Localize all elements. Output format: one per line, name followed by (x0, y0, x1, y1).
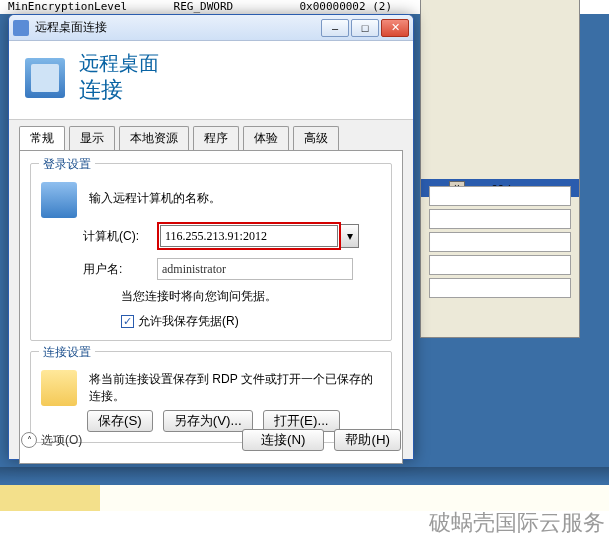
options-label: 选项(O) (41, 432, 82, 449)
login-legend: 登录设置 (39, 156, 95, 173)
close-button[interactable]: ✕ (381, 19, 409, 37)
tab-display[interactable]: 显示 (69, 126, 115, 150)
tabpage-general: 登录设置 输入远程计算机的名称。 计算机(C): ▾ 用户名: (19, 150, 403, 464)
save-credentials-checkbox[interactable]: ✓ (121, 315, 134, 328)
watermark: 破蜗壳国际云服务 (429, 508, 605, 538)
stripe-highlight (0, 485, 100, 511)
tab-local-resources[interactable]: 本地资源 (119, 126, 189, 150)
banner: 远程桌面 连接 (9, 41, 413, 120)
chevron-down-icon: ▾ (347, 229, 353, 243)
computer-input[interactable] (160, 225, 338, 247)
banner-title-1: 远程桌面 (79, 51, 159, 75)
login-intro: 输入远程计算机的名称。 (89, 190, 221, 207)
credentials-note: 当您连接时将向您询问凭据。 (121, 288, 381, 305)
rdp-icon (25, 58, 65, 98)
dialog-footer: ˄ 选项(O) 连接(N) 帮助(H) (21, 429, 401, 451)
tab-advanced[interactable]: 高级 (293, 126, 339, 150)
username-field (157, 258, 353, 280)
rdp-dialog: 远程桌面连接 – □ ✕ 远程桌面 连接 常规 显示 本地资源 程序 体验 高级… (8, 14, 414, 460)
computer-label: 计算机(C): (83, 228, 157, 245)
bg-field[interactable] (429, 186, 571, 206)
bg-field[interactable] (429, 209, 571, 229)
window-title: 远程桌面连接 (35, 19, 319, 36)
banner-title-2: 连接 (79, 75, 159, 105)
computer-icon (41, 182, 77, 218)
save-credentials-label: 允许我保存凭据(R) (138, 313, 239, 330)
tab-experience[interactable]: 体验 (243, 126, 289, 150)
titlebar[interactable]: 远程桌面连接 – □ ✕ (9, 15, 413, 41)
computer-highlight (157, 222, 341, 250)
username-label: 用户名: (83, 261, 157, 278)
options-toggle[interactable]: ˄ 选项(O) (21, 432, 82, 449)
tabstrip: 常规 显示 本地资源 程序 体验 高级 (19, 126, 413, 150)
bg-field[interactable] (429, 232, 571, 252)
shadow (0, 467, 609, 483)
folder-icon (41, 370, 77, 406)
background-window: × c 00 ( (420, 0, 580, 338)
connection-legend: 连接设置 (39, 344, 95, 361)
tab-general[interactable]: 常规 (19, 126, 65, 150)
maximize-button[interactable]: □ (351, 19, 379, 37)
connection-intro: 将当前连接设置保存到 RDP 文件或打开一个已保存的连接。 (89, 371, 381, 405)
tab-programs[interactable]: 程序 (193, 126, 239, 150)
computer-dropdown-button[interactable]: ▾ (341, 224, 359, 248)
minimize-button[interactable]: – (321, 19, 349, 37)
chevron-up-icon: ˄ (21, 432, 37, 448)
connect-button[interactable]: 连接(N) (242, 429, 325, 451)
app-icon (13, 20, 29, 36)
help-button[interactable]: 帮助(H) (334, 429, 401, 451)
login-group: 登录设置 输入远程计算机的名称。 计算机(C): ▾ 用户名: (30, 163, 392, 341)
bg-field[interactable] (429, 278, 571, 298)
bg-field[interactable] (429, 255, 571, 275)
